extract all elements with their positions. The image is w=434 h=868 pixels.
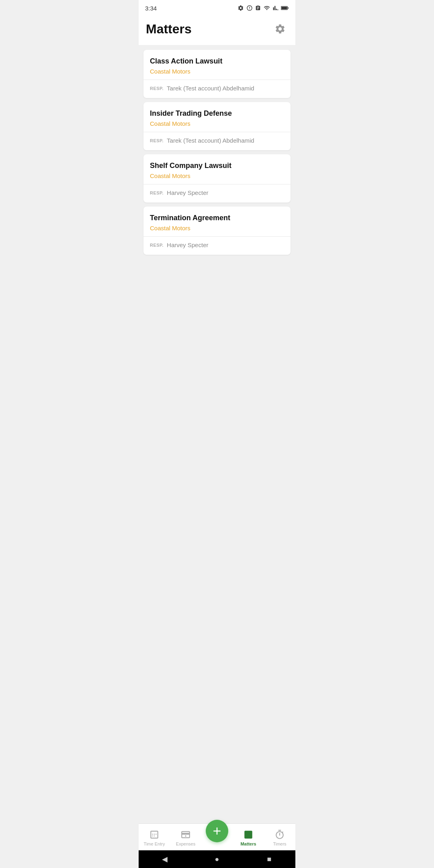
signal-status-icon	[273, 5, 278, 11]
wifi-status-icon	[263, 5, 270, 11]
matter-card-4[interactable]: Termination Agreement Coastal Motors RES…	[143, 207, 291, 255]
matter-card-1[interactable]: Class Action Lawsuit Coastal Motors RESP…	[143, 50, 291, 98]
battery-status-icon	[281, 5, 289, 11]
status-bar: 3:34	[139, 0, 295, 14]
matter-client-1: Coastal Motors	[150, 68, 284, 75]
matter-resp-4: RESP. Harvey Specter	[150, 237, 284, 255]
matter-client-3: Coastal Motors	[150, 172, 284, 179]
matter-client-2: Coastal Motors	[150, 120, 284, 127]
autofill-status-icon	[246, 5, 253, 11]
matter-list: Class Action Lawsuit Coastal Motors RESP…	[139, 45, 295, 255]
resp-name-4: Harvey Specter	[167, 242, 208, 248]
gear-icon	[274, 23, 286, 35]
clipboard-status-icon	[255, 5, 261, 11]
matter-resp-2: RESP. Tarek (Test account) Abdelhamid	[150, 132, 284, 150]
svg-rect-1	[288, 7, 289, 8]
resp-label-4: RESP.	[150, 243, 164, 248]
header: Matters	[139, 14, 295, 45]
svg-rect-2	[281, 7, 287, 9]
settings-status-icon	[237, 5, 244, 11]
matter-name-4: Termination Agreement	[150, 214, 284, 222]
resp-name-3: Harvey Specter	[167, 189, 208, 196]
matter-client-4: Coastal Motors	[150, 225, 284, 231]
resp-name-1: Tarek (Test account) Abdelhamid	[167, 85, 254, 92]
resp-name-2: Tarek (Test account) Abdelhamid	[167, 137, 254, 144]
resp-label-3: RESP.	[150, 190, 164, 195]
matter-card-3[interactable]: Shelf Company Lawsuit Coastal Motors RES…	[143, 154, 291, 203]
resp-label-2: RESP.	[150, 138, 164, 143]
status-time: 3:34	[145, 5, 157, 12]
matter-card-2[interactable]: Insider Trading Defense Coastal Motors R…	[143, 102, 291, 150]
matter-name-3: Shelf Company Lawsuit	[150, 162, 284, 170]
status-icons	[237, 5, 289, 11]
matter-resp-3: RESP. Harvey Specter	[150, 184, 284, 203]
matter-resp-1: RESP. Tarek (Test account) Abdelhamid	[150, 80, 284, 98]
settings-button[interactable]	[272, 21, 288, 37]
resp-label-1: RESP.	[150, 86, 164, 91]
matter-name-1: Class Action Lawsuit	[150, 57, 284, 66]
matter-name-2: Insider Trading Defense	[150, 109, 284, 118]
page-title: Matters	[146, 22, 192, 37]
